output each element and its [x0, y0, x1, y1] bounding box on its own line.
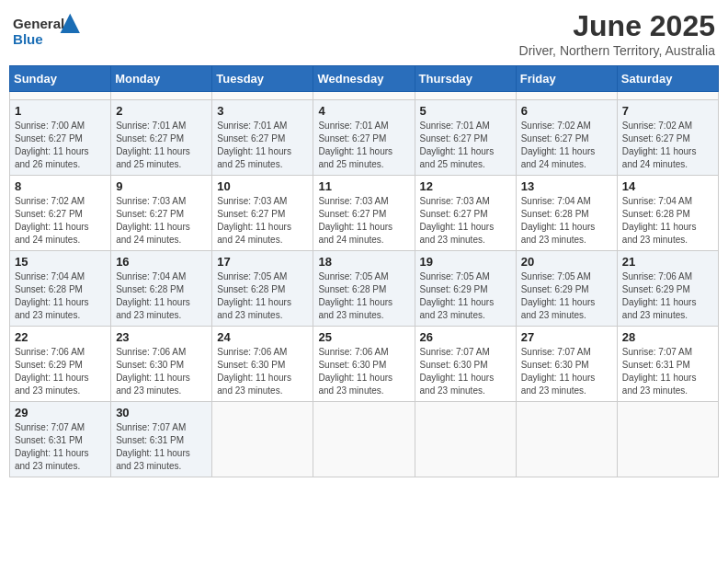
calendar-cell: 8Sunrise: 7:02 AMSunset: 6:27 PMDaylight… [10, 176, 111, 251]
calendar-cell: 25Sunrise: 7:06 AMSunset: 6:30 PMDayligh… [313, 327, 415, 402]
day-info: Sunrise: 7:04 AMSunset: 6:28 PMDaylight:… [622, 195, 713, 247]
day-info: Sunrise: 7:03 AMSunset: 6:27 PMDaylight:… [318, 195, 409, 247]
calendar-cell: 15Sunrise: 7:04 AMSunset: 6:28 PMDayligh… [10, 251, 111, 327]
daylight-text-line2: and 25 minutes. [116, 158, 207, 171]
daylight-text-line2: and 23 minutes. [420, 309, 511, 322]
sunset-text: Sunset: 6:29 PM [420, 283, 511, 296]
svg-text:General: General [13, 16, 64, 31]
calendar-header-tuesday: Tuesday [212, 66, 313, 92]
sunset-text: Sunset: 6:31 PM [15, 434, 106, 447]
calendar-cell: 10Sunrise: 7:03 AMSunset: 6:27 PMDayligh… [212, 176, 313, 251]
daylight-text-line2: and 25 minutes. [318, 158, 409, 171]
daylight-text-line1: Daylight: 11 hours [521, 145, 612, 158]
daylight-text-line1: Daylight: 11 hours [420, 296, 511, 309]
daylight-text-line1: Daylight: 11 hours [116, 372, 207, 385]
day-number: 16 [116, 255, 207, 269]
sunrise-text: Sunrise: 7:07 AM [420, 346, 511, 359]
daylight-text-line2: and 24 minutes. [116, 234, 207, 247]
day-number: 5 [420, 104, 511, 118]
sunrise-text: Sunrise: 7:04 AM [15, 270, 106, 283]
daylight-text-line2: and 23 minutes. [420, 385, 511, 397]
calendar-cell: 1Sunrise: 7:00 AMSunset: 6:27 PMDaylight… [10, 100, 111, 176]
calendar-cell: 7Sunrise: 7:02 AMSunset: 6:27 PMDaylight… [617, 100, 718, 176]
daylight-text-line1: Daylight: 11 hours [318, 145, 409, 158]
sunrise-text: Sunrise: 7:00 AM [15, 120, 106, 132]
sunrise-text: Sunrise: 7:02 AM [622, 120, 713, 132]
day-number: 29 [15, 406, 106, 419]
calendar-header-wednesday: Wednesday [313, 66, 415, 92]
calendar-header-row: SundayMondayTuesdayWednesdayThursdayFrid… [10, 66, 719, 92]
calendar-week-row: 8Sunrise: 7:02 AMSunset: 6:27 PMDaylight… [10, 176, 719, 251]
daylight-text-line1: Daylight: 11 hours [116, 296, 207, 309]
daylight-text-line1: Daylight: 11 hours [420, 372, 511, 385]
calendar-cell: 3Sunrise: 7:01 AMSunset: 6:27 PMDaylight… [212, 100, 313, 176]
day-number: 4 [318, 104, 409, 118]
day-number: 21 [622, 255, 713, 269]
day-info: Sunrise: 7:06 AMSunset: 6:30 PMDaylight:… [116, 346, 207, 397]
day-info: Sunrise: 7:07 AMSunset: 6:30 PMDaylight:… [521, 346, 612, 397]
daylight-text-line2: and 23 minutes. [116, 385, 207, 397]
sunset-text: Sunset: 6:27 PM [420, 132, 511, 145]
day-info: Sunrise: 7:02 AMSunset: 6:27 PMDaylight:… [15, 195, 106, 247]
day-info: Sunrise: 7:04 AMSunset: 6:28 PMDaylight:… [521, 195, 612, 247]
daylight-text-line1: Daylight: 11 hours [521, 221, 612, 234]
sunset-text: Sunset: 6:28 PM [318, 283, 409, 296]
calendar-cell [111, 92, 212, 100]
daylight-text-line1: Daylight: 11 hours [15, 372, 106, 385]
day-number: 23 [116, 330, 207, 344]
sunset-text: Sunset: 6:30 PM [217, 359, 308, 372]
day-info: Sunrise: 7:06 AMSunset: 6:29 PMDaylight:… [15, 346, 106, 397]
calendar-cell [516, 92, 617, 100]
day-number: 28 [622, 330, 713, 344]
calendar-cell: 4Sunrise: 7:01 AMSunset: 6:27 PMDaylight… [313, 100, 415, 176]
sunset-text: Sunset: 6:29 PM [15, 359, 106, 372]
calendar-cell: 27Sunrise: 7:07 AMSunset: 6:30 PMDayligh… [516, 327, 617, 402]
calendar-cell: 6Sunrise: 7:02 AMSunset: 6:27 PMDaylight… [516, 100, 617, 176]
daylight-text-line1: Daylight: 11 hours [116, 221, 207, 234]
title-block: June 2025 Driver, Northern Territory, Au… [519, 9, 715, 58]
daylight-text-line1: Daylight: 11 hours [420, 145, 511, 158]
daylight-text-line2: and 23 minutes. [318, 385, 409, 397]
sunrise-text: Sunrise: 7:05 AM [217, 270, 308, 283]
daylight-text-line1: Daylight: 11 hours [622, 296, 713, 309]
calendar-cell [212, 402, 313, 477]
sunrise-text: Sunrise: 7:01 AM [116, 120, 207, 132]
daylight-text-line2: and 26 minutes. [15, 158, 106, 171]
day-info: Sunrise: 7:04 AMSunset: 6:28 PMDaylight:… [116, 270, 207, 322]
month-year: June 2025 [519, 9, 715, 43]
calendar-header-sunday: Sunday [10, 66, 111, 92]
day-info: Sunrise: 7:01 AMSunset: 6:27 PMDaylight:… [217, 120, 308, 171]
sunset-text: Sunset: 6:27 PM [217, 208, 308, 221]
sunset-text: Sunset: 6:30 PM [116, 359, 207, 372]
sunset-text: Sunset: 6:27 PM [116, 208, 207, 221]
daylight-text-line1: Daylight: 11 hours [116, 145, 207, 158]
calendar-cell: 28Sunrise: 7:07 AMSunset: 6:31 PMDayligh… [617, 327, 718, 402]
sunset-text: Sunset: 6:28 PM [116, 283, 207, 296]
sunrise-text: Sunrise: 7:03 AM [420, 195, 511, 208]
calendar-cell: 2Sunrise: 7:01 AMSunset: 6:27 PMDaylight… [111, 100, 212, 176]
calendar-cell: 20Sunrise: 7:05 AMSunset: 6:29 PMDayligh… [516, 251, 617, 327]
day-number: 2 [116, 104, 207, 118]
sunset-text: Sunset: 6:27 PM [217, 132, 308, 145]
calendar-cell: 19Sunrise: 7:05 AMSunset: 6:29 PMDayligh… [415, 251, 516, 327]
daylight-text-line1: Daylight: 11 hours [116, 447, 207, 460]
day-number: 15 [15, 255, 106, 269]
calendar-week-row: 29Sunrise: 7:07 AMSunset: 6:31 PMDayligh… [10, 402, 719, 477]
calendar-cell: 26Sunrise: 7:07 AMSunset: 6:30 PMDayligh… [415, 327, 516, 402]
day-info: Sunrise: 7:03 AMSunset: 6:27 PMDaylight:… [217, 195, 308, 247]
sunset-text: Sunset: 6:27 PM [521, 132, 612, 145]
day-info: Sunrise: 7:06 AMSunset: 6:29 PMDaylight:… [622, 270, 713, 322]
day-number: 11 [318, 179, 409, 193]
daylight-text-line1: Daylight: 11 hours [622, 145, 713, 158]
day-number: 30 [116, 406, 207, 419]
day-number: 17 [217, 255, 308, 269]
calendar-cell: 9Sunrise: 7:03 AMSunset: 6:27 PMDaylight… [111, 176, 212, 251]
day-info: Sunrise: 7:05 AMSunset: 6:28 PMDaylight:… [217, 270, 308, 322]
calendar-cell: 13Sunrise: 7:04 AMSunset: 6:28 PMDayligh… [516, 176, 617, 251]
day-info: Sunrise: 7:01 AMSunset: 6:27 PMDaylight:… [116, 120, 207, 171]
sunset-text: Sunset: 6:29 PM [622, 283, 713, 296]
daylight-text-line2: and 23 minutes. [217, 385, 308, 397]
day-number: 12 [420, 179, 511, 193]
sunrise-text: Sunrise: 7:04 AM [622, 195, 713, 208]
daylight-text-line2: and 23 minutes. [116, 309, 207, 322]
